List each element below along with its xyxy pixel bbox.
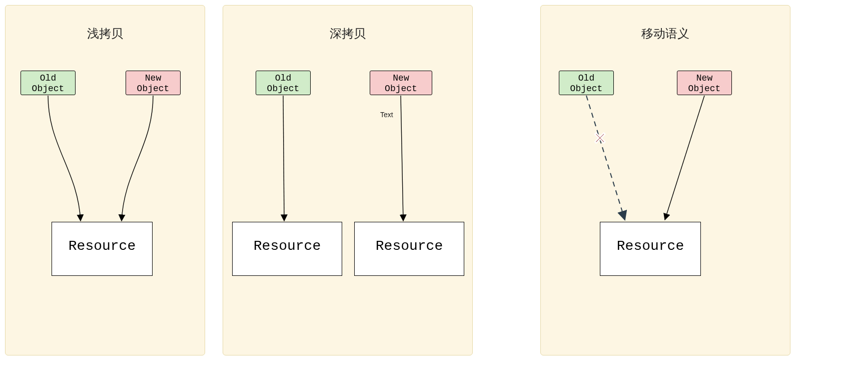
old-object-label-line2: Object bbox=[559, 84, 613, 94]
old-object-label-line2: Object bbox=[21, 84, 75, 94]
new-object-label-line2: Object bbox=[370, 84, 432, 94]
old-object-label-line1: Old bbox=[256, 73, 310, 84]
old-object-label-line1: Old bbox=[21, 73, 75, 84]
resource-box-2: Resource bbox=[354, 222, 464, 276]
cross-icon: ✕ bbox=[593, 128, 607, 148]
old-object-label-line1: Old bbox=[559, 73, 613, 84]
arrows-shallow bbox=[6, 6, 206, 356]
diagram-canvas: 浅拷贝 Old Object New Object Resource 深拷贝 O… bbox=[0, 0, 868, 365]
arrow-old-to-resource1 bbox=[283, 96, 284, 221]
arrows-move bbox=[541, 6, 791, 356]
old-object-box: Old Object bbox=[256, 71, 311, 95]
new-object-label-line1: New bbox=[677, 73, 731, 84]
resource-box: Resource bbox=[52, 222, 153, 276]
new-object-label-line1: New bbox=[126, 73, 180, 84]
resource-label: Resource bbox=[69, 238, 136, 254]
resource-box: Resource bbox=[600, 222, 701, 276]
resource-label-1: Resource bbox=[254, 238, 321, 254]
arrows-deep bbox=[223, 6, 473, 356]
arrow-new-to-resource bbox=[665, 96, 704, 220]
new-object-box: New Object bbox=[126, 71, 181, 95]
new-object-box: New Object bbox=[370, 71, 432, 95]
new-object-label-line2: Object bbox=[677, 84, 731, 94]
arrow-old-to-resource-dashed bbox=[586, 96, 625, 220]
old-object-box: Old Object bbox=[559, 71, 614, 95]
panel-move-semantics: 移动语义 Old Object New Object Resource bbox=[540, 5, 790, 355]
resource-box-1: Resource bbox=[232, 222, 342, 276]
arrow-new-to-resource2 bbox=[401, 96, 403, 221]
edge-label-text: Text bbox=[380, 111, 393, 119]
new-object-label-line2: Object bbox=[126, 84, 180, 94]
new-object-box: New Object bbox=[677, 71, 732, 95]
resource-label-2: Resource bbox=[376, 238, 443, 254]
old-object-label-line2: Object bbox=[256, 84, 310, 94]
panel-deep-copy: 深拷贝 Old Object New Object Text Resource … bbox=[223, 5, 473, 355]
arrow-old-to-resource bbox=[48, 96, 81, 221]
panel-shallow-copy: 浅拷贝 Old Object New Object Resource bbox=[5, 5, 205, 355]
arrow-new-to-resource bbox=[122, 96, 153, 221]
old-object-box: Old Object bbox=[21, 71, 76, 95]
new-object-label-line1: New bbox=[370, 73, 432, 84]
resource-label: Resource bbox=[617, 238, 684, 254]
